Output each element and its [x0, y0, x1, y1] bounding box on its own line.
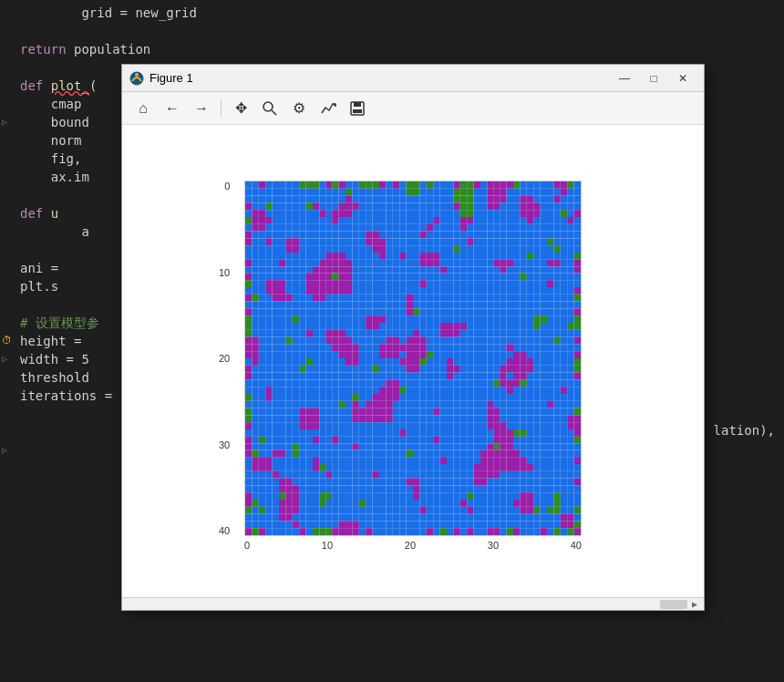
width-code: width = 5: [20, 350, 89, 368]
height-code: height =: [20, 332, 89, 350]
curves-button[interactable]: [315, 96, 342, 121]
back-button[interactable]: ←: [159, 96, 186, 121]
y-label-0: 0: [224, 181, 230, 191]
threshold-code: threshold: [20, 368, 89, 387]
figure-titlebar[interactable]: Figure 1 — □ ✕: [122, 65, 704, 92]
toolbar-separator-1: [221, 99, 222, 118]
svg-rect-6: [353, 109, 362, 113]
y-label-30: 30: [219, 439, 230, 450]
gutter-arrow-1: ▷: [2, 113, 7, 131]
code-line-2: [20, 22, 784, 40]
plot-canvas: [244, 181, 582, 536]
gutter-arrow-2: ▷: [2, 350, 7, 368]
y-label-20: 20: [219, 353, 230, 364]
window-controls: — □ ✕: [611, 68, 696, 88]
gutter-arrow-3: ▷: [2, 441, 7, 460]
configure-button[interactable]: ⚙: [285, 96, 313, 121]
curves-icon: [320, 100, 336, 117]
figure-scrollbar[interactable]: ▶: [122, 597, 704, 610]
x-axis-labels: 0 10 20 30 40: [244, 540, 582, 551]
y-label-10: 10: [219, 267, 230, 278]
figure-toolbar: ⌂ ← → ✥ ⚙: [122, 92, 704, 125]
zoom-button[interactable]: [256, 96, 284, 121]
figure-window: Figure 1 — □ ✕ ⌂ ← → ✥ ⚙: [121, 64, 705, 611]
code-line-3: return population: [20, 40, 784, 58]
home-button[interactable]: ⌂: [129, 96, 157, 121]
zoom-icon: [262, 100, 278, 117]
x-label-30: 30: [488, 540, 499, 551]
svg-rect-5: [354, 102, 361, 107]
scrollbar-arrow[interactable]: ▶: [687, 599, 702, 610]
maximize-button[interactable]: □: [640, 68, 667, 88]
forward-button[interactable]: →: [188, 96, 215, 121]
save-icon: [349, 100, 366, 117]
code-line-1: grid = new_grid: [20, 4, 784, 22]
pan-button[interactable]: ✥: [227, 96, 254, 121]
scrollbar-thumb[interactable]: [660, 600, 687, 609]
svg-point-1: [135, 73, 139, 77]
x-label-20: 20: [405, 540, 416, 551]
lation-text: lation),: [714, 423, 775, 438]
figure-plot: 0 10 20 30 40 0 10 20 30 40: [122, 125, 704, 597]
svg-line-3: [272, 110, 276, 115]
right-code-fragment: lation),: [714, 421, 775, 439]
x-label-0: 0: [244, 540, 250, 551]
save-button[interactable]: [344, 96, 371, 121]
x-label-40: 40: [571, 540, 582, 551]
x-label-10: 10: [322, 540, 333, 551]
comment-text: # 设置模型参: [20, 314, 99, 332]
y-label-40: 40: [219, 525, 230, 536]
plot-wrapper: 0 10 20 30 40 0 10 20 30 40: [244, 181, 582, 551]
gutter-clock-icon: ⏱: [2, 332, 12, 350]
minimize-button[interactable]: —: [611, 68, 638, 88]
figure-app-icon: [129, 71, 144, 86]
y-axis-labels: 0 10 20 30 40: [219, 181, 230, 536]
svg-point-2: [263, 102, 273, 111]
figure-title: Figure 1: [150, 71, 611, 85]
close-button[interactable]: ✕: [669, 68, 696, 88]
gutter: ▷ ⏱ ▷ ▷: [0, 0, 18, 682]
